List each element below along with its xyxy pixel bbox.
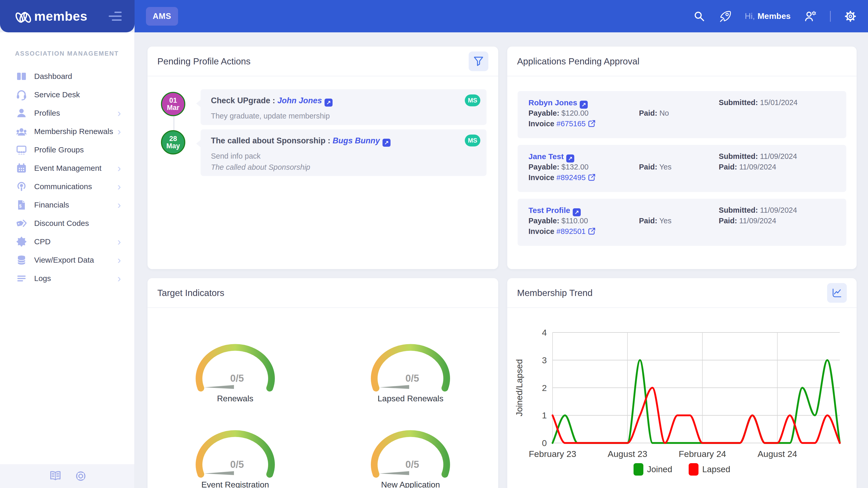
sidebar-item-profile-groups[interactable]: Profile Groups [0, 140, 134, 159]
gauge-needle [204, 471, 234, 475]
brand-name: membes [34, 9, 88, 24]
sidebar-item-discount-codes[interactable]: Discount Codes [0, 214, 134, 232]
sidebar-item-view-export-data[interactable]: View/Export Data › [0, 251, 134, 269]
sidebar-item-cpd[interactable]: CPD › [0, 232, 134, 251]
gauge-needle [379, 471, 409, 475]
chart-type-button[interactable] [827, 283, 847, 303]
dashboard-icon [16, 70, 27, 82]
membership-trend-chart: 01234February 23August 23February 24Augu… [507, 325, 857, 459]
action-note: Send info pack [211, 152, 476, 160]
profile-link[interactable]: Bugs Bunny [333, 136, 380, 145]
svg-text:0/5: 0/5 [230, 459, 244, 470]
svg-text:2: 2 [542, 383, 547, 393]
gauge-label: Event Registration [202, 480, 269, 488]
invoice-external-link-icon[interactable] [588, 227, 595, 235]
ams-app-button[interactable]: AMS [146, 7, 178, 26]
external-link-icon[interactable]: ↗ [580, 101, 588, 109]
card-title: Membership Trend [517, 288, 593, 298]
sidebar-item-profiles[interactable]: Profiles › [0, 104, 134, 122]
gauge-label: New Application [381, 480, 440, 488]
logs-icon [16, 272, 27, 284]
external-link-icon[interactable]: ↗ [324, 99, 333, 107]
financials-icon: $ [16, 199, 27, 211]
joined-swatch [633, 463, 643, 476]
action-date-badge: 01 Mar [161, 92, 185, 116]
card-title: Target Indicators [157, 288, 224, 298]
svg-text:4: 4 [542, 328, 547, 337]
profile-groups-icon [16, 144, 27, 156]
sidebar-item-financials[interactable]: $ Financials › [0, 196, 134, 214]
external-link-icon[interactable]: ↗ [566, 155, 574, 162]
gauge-label: Renewals [217, 394, 253, 403]
top-header: membes AMS Hi,Membes [0, 0, 868, 32]
chevron-right-icon: › [118, 163, 121, 173]
brand-logo-box: membes [0, 0, 134, 32]
gear-icon[interactable] [844, 10, 857, 23]
communications-icon [16, 181, 27, 193]
application-item: Test Profile↗ Submitted: 11/09/2024 Paya… [518, 199, 846, 246]
user-settings-icon[interactable] [804, 10, 816, 23]
sidebar-item-membership-renewals[interactable]: Membership Renewals › [0, 122, 134, 140]
external-link-icon[interactable]: ↗ [382, 139, 391, 147]
applicant-link[interactable]: Jane Test [528, 152, 564, 161]
action-note: They graduate, update membership [211, 112, 476, 120]
sidebar-item-logs[interactable]: Logs › [0, 269, 134, 288]
membes-logo-icon [14, 8, 32, 25]
topbar-divider [830, 11, 831, 22]
sidebar-item-service-desk[interactable]: Service Desk [0, 86, 134, 104]
handbook-icon[interactable] [49, 470, 62, 482]
paid-status: No [659, 109, 669, 117]
sidebar-item-communications[interactable]: Communications › [0, 177, 134, 196]
gauge-lapsed-renewals: 0/5 Lapsed Renewals [323, 329, 498, 403]
application-item: Jane Test↗ Submitted: 11/09/2024 Payable… [518, 145, 846, 192]
paid-status: Yes [659, 163, 671, 171]
invoice-link[interactable]: #892495 [556, 173, 586, 182]
membership-renewals-icon [16, 126, 27, 137]
chevron-right-icon: › [118, 273, 121, 284]
user-greeting: Hi,Membes [745, 11, 790, 21]
action-title: Check UPgrade : John Jones↗ [211, 96, 476, 107]
payable-amount: $110.00 [561, 217, 588, 225]
topbar: AMS Hi,Membes [134, 0, 868, 32]
sidebar-item-event-management[interactable]: Event Management › [0, 159, 134, 177]
chevron-right-icon: › [118, 236, 121, 247]
gauge-event-registration: 0/5 Event Registration [148, 415, 323, 488]
external-link-icon[interactable]: ↗ [573, 208, 581, 216]
invoice-external-link-icon[interactable] [588, 174, 595, 182]
sidebar-item-dashboard[interactable]: Dashboard [0, 67, 134, 86]
legend-item-joined: Joined [633, 463, 672, 476]
applicant-link[interactable]: Robyn Jones [528, 98, 577, 107]
invoice-external-link-icon[interactable] [588, 120, 595, 128]
submitted-date: 15/01/2024 [760, 98, 798, 107]
support-lifebuoy-icon[interactable] [74, 470, 87, 482]
svg-text:0: 0 [542, 438, 547, 448]
paid-status: Yes [659, 217, 671, 225]
main-content: Pending Profile Actions 01 Mar Check UPg… [134, 32, 868, 488]
applicant-link[interactable]: Test Profile [528, 206, 570, 215]
application-item: Robyn Jones↗ Submitted: 15/01/2024 Payab… [518, 91, 846, 138]
sidebar-toggle-icon[interactable] [108, 11, 122, 22]
gauge-needle [379, 385, 409, 389]
pending-action-item[interactable]: The called about Sponsorship : Bugs Bunn… [200, 129, 487, 176]
svg-text:August 23: August 23 [608, 449, 647, 459]
target-indicators-card: Target Indicators 0/5 Renewals 0/5 [148, 278, 498, 488]
svg-text:3: 3 [542, 355, 547, 365]
paid-date: 11/09/2024 [739, 217, 776, 225]
card-title: Applications Pending Approval [517, 56, 640, 66]
profile-link[interactable]: John Jones [277, 96, 322, 105]
action-title: The called about Sponsorship : Bugs Bunn… [211, 136, 476, 147]
rocket-icon[interactable] [719, 10, 731, 23]
svg-text:August 24: August 24 [757, 449, 797, 459]
invoice-link[interactable]: #892501 [556, 227, 586, 235]
pending-profile-actions-card: Pending Profile Actions 01 Mar Check UPg… [148, 46, 498, 269]
invoice-link[interactable]: #675165 [556, 120, 586, 128]
submitted-date: 11/09/2024 [760, 206, 797, 214]
svg-text:$: $ [19, 204, 22, 208]
filter-button[interactable] [469, 52, 488, 71]
payable-amount: $120.00 [561, 109, 589, 117]
applications-pending-approval-card: Applications Pending Approval Robyn Jone… [507, 46, 857, 269]
assignee-avatar: MS [465, 94, 480, 106]
pending-action-item[interactable]: Check UPgrade : John Jones↗ They graduat… [200, 89, 487, 125]
lapsed-swatch [689, 463, 699, 476]
search-icon[interactable] [693, 10, 706, 23]
